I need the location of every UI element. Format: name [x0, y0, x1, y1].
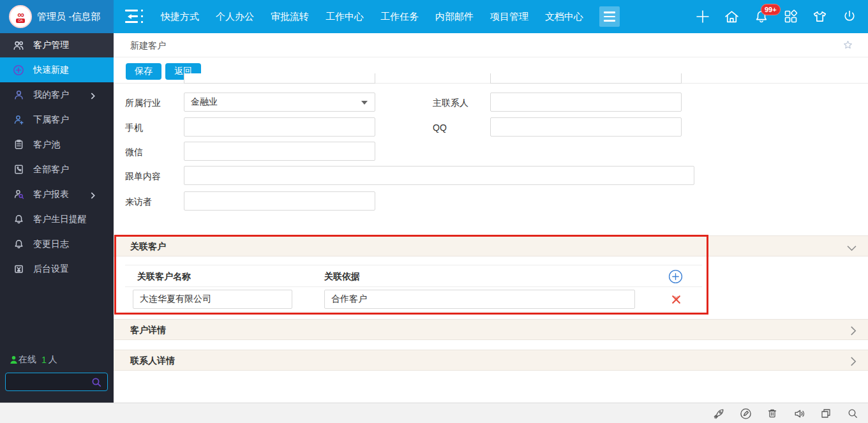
visitor-label: 来访者: [125, 197, 152, 208]
chevron-right-icon: [850, 326, 857, 338]
online-status: 在线 1 人: [9, 354, 57, 366]
follow-content-input[interactable]: [184, 166, 694, 185]
apps-grid-icon[interactable]: [782, 8, 799, 26]
rocket-icon[interactable]: [712, 407, 725, 420]
related-name-column-header: 关联客户名称: [137, 271, 191, 283]
sidebar-item-label: 客户报表: [33, 189, 69, 200]
sidebar-search-input[interactable]: [11, 375, 87, 389]
user-search-icon: [13, 189, 24, 200]
brand-area[interactable]: ∞ OA 管理员 -信息部: [0, 0, 114, 33]
nav-personal-office[interactable]: 个人办公: [216, 11, 254, 23]
online-user-icon: [9, 355, 19, 365]
add-row-icon[interactable]: [668, 269, 683, 286]
footer-bar: [0, 403, 868, 423]
sidebar-module-customer-management[interactable]: 客户管理: [0, 33, 114, 57]
section-related-customers[interactable]: 关联客户: [114, 235, 868, 256]
breadcrumb: 新建客户: [130, 40, 166, 52]
theme-shirt-icon[interactable]: [811, 8, 828, 26]
sidebar-item-label: 我的客户: [33, 89, 69, 101]
follow-content-label: 跟单内容: [125, 171, 161, 182]
user-plus-icon: [13, 114, 24, 126]
related-basis-column-header: 关联依据: [324, 271, 360, 283]
section-contact-details[interactable]: 联系人详情: [114, 350, 868, 371]
sidebar-item-label: 下属客户: [33, 114, 69, 126]
sidebar-item-label: 客户池: [33, 139, 60, 151]
sidebar-item-backend-settings[interactable]: 后台设置: [0, 256, 114, 281]
notifications-bell-icon[interactable]: 99+: [752, 8, 770, 26]
main-content: 新建客户 保存 返回 所属行业 金融业 主联系人 手机 QQ 微信 跟单内容 来…: [114, 33, 868, 403]
section-customer-details[interactable]: 客户详情: [114, 319, 868, 340]
delete-row-icon[interactable]: [671, 294, 682, 308]
sidebar-item-subordinate-customers[interactable]: 下属客户: [0, 107, 114, 132]
speaker-icon[interactable]: [793, 407, 805, 420]
collapse-menu-icon[interactable]: [125, 10, 144, 24]
save-button[interactable]: 保存: [126, 63, 161, 80]
industry-value: 金融业: [191, 96, 218, 108]
sidebar-item-label: 后台设置: [33, 263, 69, 275]
related-basis-input[interactable]: [324, 290, 635, 309]
sidebar-item-change-log[interactable]: 变更日志: [0, 232, 114, 256]
more-menu-icon[interactable]: [599, 6, 620, 27]
caret-down-icon: [361, 101, 368, 108]
wechat-input[interactable]: [184, 142, 375, 161]
related-table-bottom-border: [125, 311, 702, 312]
edit-circle-icon[interactable]: [739, 407, 752, 420]
visitor-input[interactable]: [184, 191, 375, 211]
mobile-label: 手机: [125, 122, 143, 134]
contact-book-icon: [13, 164, 24, 175]
add-new-icon[interactable]: [694, 8, 711, 26]
app-window: ∞ OA 管理员 -信息部 快捷方式 个人办公 审批流转 工作中心 工作任务 内…: [0, 0, 868, 423]
sidebar-item-label: 变更日志: [33, 239, 69, 250]
power-logout-icon[interactable]: [841, 8, 858, 26]
primary-contact-input[interactable]: [490, 93, 682, 112]
cutoff-field-left[interactable]: [184, 73, 375, 84]
windows-copy-icon[interactable]: [819, 407, 832, 420]
breadcrumb-row: 新建客户: [114, 33, 868, 57]
related-table-header-row: 关联客户名称 关联依据: [125, 265, 702, 287]
search-icon[interactable]: [91, 376, 102, 390]
top-bar-actions: 99+: [694, 0, 858, 33]
home-icon[interactable]: [723, 8, 740, 26]
sidebar-item-label: 客户生日提醒: [33, 214, 87, 225]
sidebar-item-label: 全部客户: [33, 164, 69, 175]
favorite-star-icon[interactable]: [842, 39, 854, 54]
related-name-input[interactable]: [133, 290, 292, 309]
nav-work-tasks[interactable]: 工作任务: [380, 11, 419, 23]
top-bar: ∞ OA 管理员 -信息部 快捷方式 个人办公 审批流转 工作中心 工作任务 内…: [0, 0, 868, 33]
cash-box-icon: [13, 263, 24, 275]
sidebar-item-my-customers[interactable]: 我的客户: [0, 82, 114, 107]
clipboard-icon: [13, 139, 24, 151]
user-icon: [13, 89, 24, 101]
cutoff-field-right[interactable]: [490, 73, 682, 84]
sidebar-item-all-customers[interactable]: 全部客户: [0, 157, 114, 182]
chevron-right-icon: [90, 191, 96, 201]
sidebar-item-customer-reports[interactable]: 客户报表: [0, 182, 114, 207]
company-logo-icon: ∞ OA: [9, 5, 32, 28]
nav-shortcuts[interactable]: 快捷方式: [161, 11, 199, 23]
mobile-input[interactable]: [184, 117, 375, 137]
wechat-label: 微信: [125, 147, 143, 158]
nav-approval-flow[interactable]: 审批流转: [271, 11, 309, 23]
online-count: 1: [41, 355, 47, 365]
nav-project-management[interactable]: 项目管理: [490, 11, 528, 23]
trash-icon[interactable]: [766, 407, 779, 420]
qq-label: QQ: [433, 122, 447, 133]
sidebar: 客户管理 快速新建 我的客户 下属客户: [0, 33, 114, 403]
chevron-right-icon: [850, 357, 857, 369]
search-icon[interactable]: [846, 407, 859, 420]
qq-input[interactable]: [490, 117, 682, 137]
sidebar-item-label: 快速新建: [33, 64, 69, 76]
primary-contact-label: 主联系人: [433, 98, 468, 109]
nav-document-center[interactable]: 文档中心: [545, 11, 583, 23]
nav-internal-mail[interactable]: 内部邮件: [435, 11, 474, 23]
people-icon: [13, 40, 24, 51]
sidebar-item-quick-create[interactable]: 快速新建: [0, 57, 114, 82]
sidebar-item-customer-pool[interactable]: 客户池: [0, 132, 114, 157]
industry-select[interactable]: 金融业: [184, 93, 375, 112]
online-prefix: 在线: [19, 354, 36, 366]
section-title: 关联客户: [130, 241, 166, 253]
notification-count-badge: 99+: [761, 4, 781, 15]
nav-work-center[interactable]: 工作中心: [326, 11, 364, 23]
sidebar-item-label: 客户管理: [33, 40, 69, 51]
sidebar-item-birthday-reminder[interactable]: 客户生日提醒: [0, 207, 114, 232]
